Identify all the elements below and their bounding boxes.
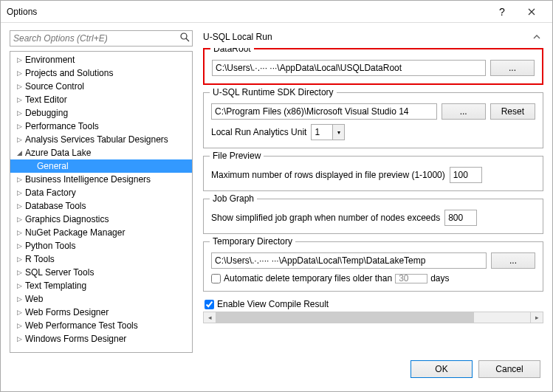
tree-item-label: Analysis Services Tabular Designers bbox=[24, 134, 168, 145]
settings-area: DataRoot ... U-SQL Runtime SDK Directory… bbox=[203, 48, 543, 353]
tree-item-label: Text Editor bbox=[24, 94, 67, 105]
runtime-legend: U-SQL Runtime SDK Directory bbox=[210, 87, 337, 97]
tree-item-label: SQL Server Tools bbox=[24, 267, 94, 278]
tree-item[interactable]: ▷Source Control bbox=[10, 80, 192, 93]
dataroot-browse-button[interactable]: ... bbox=[490, 60, 535, 76]
runtime-browse-button[interactable]: ... bbox=[442, 103, 486, 120]
chevron-right-icon: ▷ bbox=[15, 295, 24, 303]
tree-item[interactable]: ▷R Tools bbox=[10, 252, 192, 266]
chevron-right-icon: ▷ bbox=[15, 282, 24, 289]
enable-compile-checkbox[interactable] bbox=[205, 300, 214, 309]
section-heading: U-SQL Local Run bbox=[203, 32, 530, 42]
tree-item-label: General bbox=[35, 161, 69, 171]
close-button[interactable] bbox=[517, 1, 546, 22]
ok-button[interactable]: OK bbox=[411, 360, 473, 378]
chevron-right-icon: ▷ bbox=[15, 96, 24, 103]
chevron-right-icon: ▷ bbox=[15, 216, 24, 223]
chevron-right-icon: ▷ bbox=[15, 123, 24, 130]
tree-item[interactable]: ▷Database Tools bbox=[10, 199, 192, 213]
jobgraph-legend: Job Graph bbox=[210, 193, 257, 204]
analytics-unit-select[interactable]: ▾ bbox=[311, 124, 345, 140]
tempdir-auto-label-post: days bbox=[430, 273, 449, 283]
tree-item[interactable]: ▷Graphics Diagnostics bbox=[10, 213, 192, 226]
chevron-down-icon: ◢ bbox=[15, 149, 24, 157]
tree-item[interactable]: ▷Web bbox=[10, 292, 192, 306]
enable-compile-label: Enable View Compile Result bbox=[217, 299, 329, 309]
tree-item-label: Data Factory bbox=[24, 188, 76, 198]
tree-item[interactable]: ▷Performance Tools bbox=[10, 120, 192, 133]
runtime-input[interactable] bbox=[211, 103, 437, 120]
tree-item[interactable]: ▷Debugging bbox=[10, 106, 192, 120]
cancel-button[interactable]: Cancel bbox=[478, 360, 540, 378]
preview-group: File Preview Maximum number of rows disp… bbox=[203, 156, 543, 191]
preview-input[interactable] bbox=[450, 167, 482, 183]
titlebar: Options ? bbox=[1, 1, 552, 23]
tree-item[interactable]: ▷Web Performance Test Tools bbox=[10, 319, 192, 332]
tree-item[interactable]: ▷Data Factory bbox=[10, 186, 192, 199]
chevron-right-icon: ▷ bbox=[15, 269, 24, 276]
dataroot-input[interactable] bbox=[212, 60, 486, 76]
tree-item[interactable]: ▷Text Templating bbox=[10, 279, 192, 292]
footer: OK Cancel bbox=[10, 353, 543, 385]
runtime-group: U-SQL Runtime SDK Directory ... Reset Lo… bbox=[203, 92, 543, 148]
right-panel: U-SQL Local Run DataRoot ... U-S bbox=[203, 30, 543, 353]
tree-item-label: Web Forms Designer bbox=[24, 307, 109, 317]
options-dialog: Options ? ▷Environment▷Projects and Solu… bbox=[0, 0, 553, 392]
tempdir-days-input bbox=[395, 274, 427, 283]
chevron-right-icon: ▷ bbox=[15, 242, 24, 250]
tree-item-label: Web Performance Test Tools bbox=[24, 320, 138, 331]
close-icon bbox=[528, 8, 535, 16]
tempdir-group: Temporary Directory ... Automatic delete… bbox=[203, 241, 543, 292]
tree-item-label: Azure Data Lake bbox=[24, 148, 91, 158]
tree-item-label: Source Control bbox=[24, 81, 84, 92]
tree-item[interactable]: ◢Azure Data Lake bbox=[10, 146, 192, 159]
chevron-right-icon: ▷ bbox=[15, 136, 24, 143]
tree-item[interactable]: ▷Projects and Solutions bbox=[10, 66, 192, 80]
section-head: U-SQL Local Run bbox=[203, 30, 543, 44]
tree-item-label: NuGet Package Manager bbox=[24, 227, 125, 238]
scroll-right-button[interactable]: ▸ bbox=[530, 312, 543, 323]
chevron-right-icon: ▷ bbox=[15, 69, 24, 77]
chevron-right-icon: ▷ bbox=[15, 83, 24, 90]
tree-item[interactable]: ▷SQL Server Tools bbox=[10, 266, 192, 279]
preview-legend: File Preview bbox=[210, 151, 264, 161]
tree-item[interactable]: ▷Web Forms Designer bbox=[10, 306, 192, 319]
category-tree[interactable]: ▷Environment▷Projects and Solutions▷Sour… bbox=[10, 51, 193, 353]
scroll-left-button[interactable]: ◂ bbox=[203, 312, 216, 323]
chevron-down-icon[interactable]: ▾ bbox=[332, 125, 344, 140]
chevron-up-icon bbox=[533, 35, 540, 39]
tree-item-label: Performance Tools bbox=[24, 121, 99, 131]
help-button[interactable]: ? bbox=[487, 1, 517, 22]
scroll-track[interactable] bbox=[216, 312, 530, 323]
tree-item[interactable]: ▷Windows Forms Designer bbox=[10, 332, 192, 345]
tree-item[interactable]: ▷Python Tools bbox=[10, 239, 192, 252]
chevron-right-icon: ▷ bbox=[15, 189, 24, 196]
tempdir-input[interactable] bbox=[211, 252, 487, 269]
analytics-unit-value[interactable] bbox=[312, 127, 332, 137]
scroll-thumb[interactable] bbox=[216, 312, 474, 323]
preview-label: Maximum number of rows displayed in file… bbox=[211, 170, 445, 180]
chevron-right-icon: ▷ bbox=[15, 322, 24, 329]
tree-item-label: Database Tools bbox=[24, 201, 86, 211]
tree-item-label: Business Intelligence Designers bbox=[24, 174, 151, 185]
dataroot-group: DataRoot ... bbox=[203, 48, 543, 85]
tree-item[interactable]: ▷NuGet Package Manager bbox=[10, 226, 192, 239]
tree-item[interactable]: ▷Business Intelligence Designers bbox=[10, 173, 192, 186]
horizontal-scrollbar[interactable]: ◂ ▸ bbox=[203, 311, 543, 324]
tree-item[interactable]: General bbox=[10, 159, 192, 173]
content-area: ▷Environment▷Projects and Solutions▷Sour… bbox=[1, 23, 552, 391]
tree-item[interactable]: ▷Text Editor bbox=[10, 93, 192, 106]
tempdir-auto-delete-checkbox[interactable] bbox=[211, 274, 221, 283]
tempdir-browse-button[interactable]: ... bbox=[491, 252, 535, 269]
search-input[interactable] bbox=[10, 30, 193, 47]
chevron-right-icon: ▷ bbox=[15, 56, 24, 63]
tree-item[interactable]: ▷Analysis Services Tabular Designers bbox=[10, 133, 192, 146]
dataroot-legend: DataRoot bbox=[210, 48, 254, 54]
window-title: Options bbox=[7, 7, 487, 17]
runtime-reset-button[interactable]: Reset bbox=[490, 103, 535, 120]
jobgraph-input[interactable] bbox=[444, 210, 477, 226]
tempdir-auto-label-pre: Automatic delete temporary files older t… bbox=[224, 273, 392, 283]
collapse-button[interactable] bbox=[530, 30, 543, 44]
left-panel: ▷Environment▷Projects and Solutions▷Sour… bbox=[10, 30, 193, 353]
tree-item[interactable]: ▷Environment bbox=[10, 53, 192, 66]
